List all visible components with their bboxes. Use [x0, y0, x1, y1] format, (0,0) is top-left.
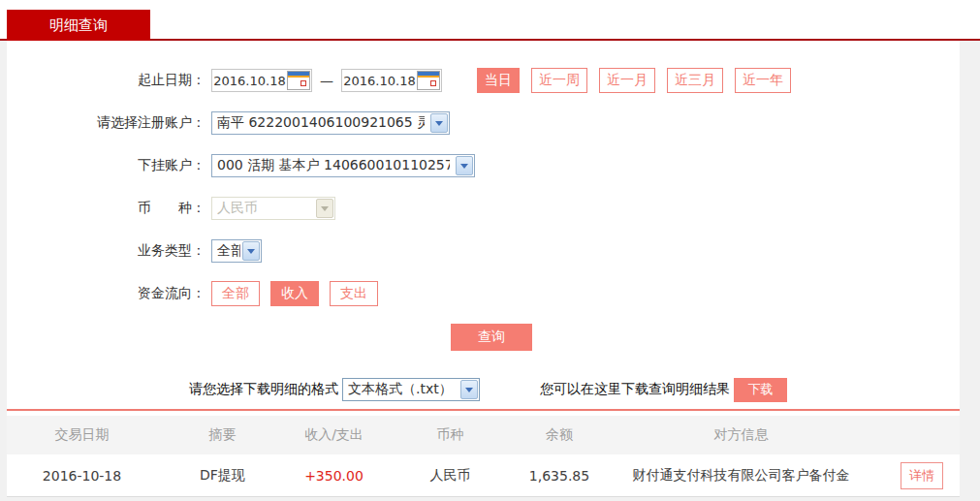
calendar-icon[interactable]	[287, 71, 310, 90]
download-row: 请您选择下载明细的格式 文本格式（.txt） 您可以在这里下载查询明细结果 下载	[189, 377, 960, 402]
table-header-row: 交易日期 摘要 收入/支出 币种 余额 对方信息	[7, 416, 960, 454]
date-range-label: 起止日期：	[7, 72, 205, 89]
cell-action: 详情	[884, 462, 960, 489]
download-format-label: 请您选择下载明细的格式	[189, 381, 338, 398]
query-panel: 起止日期： 2016.10.18 — 2016.10.18 当日 近一周 近一月…	[7, 41, 960, 409]
end-date-input[interactable]: 2016.10.18	[341, 69, 442, 92]
header-balance: 余额	[521, 426, 598, 444]
date-range-row: 起止日期： 2016.10.18 — 2016.10.18 当日 近一周 近一月…	[7, 68, 960, 93]
currency-select: 人民币	[211, 197, 335, 220]
cell-currency: 人民币	[380, 467, 521, 485]
dropdown-arrow-icon[interactable]	[430, 113, 448, 133]
header-trade-date: 交易日期	[7, 426, 157, 444]
download-format-value: 文本格式（.txt）	[348, 381, 455, 398]
chevron-down-icon	[465, 388, 473, 396]
calendar-icon-stripe	[418, 76, 439, 78]
currency-row: 币 种： 人民币	[7, 196, 960, 221]
register-account-select[interactable]: 南平 6222001406100921065 灵通卡	[211, 111, 450, 135]
register-account-label: 请选择注册账户：	[7, 114, 205, 132]
register-account-row: 请选择注册账户： 南平 6222001406100921065 灵通卡	[7, 110, 960, 136]
fund-flow-income-button[interactable]: 收入	[270, 281, 319, 306]
dropdown-arrow-icon[interactable]	[460, 380, 478, 399]
cell-balance: 1,635.85	[521, 468, 598, 484]
cell-amount: +350.00	[288, 468, 380, 484]
chevron-down-icon	[435, 121, 443, 130]
header-counterparty: 对方信息	[598, 426, 884, 444]
download-hint-text: 您可以在这里下载查询明细结果	[540, 381, 730, 398]
register-account-value: 南平 6222001406100921065 灵通卡	[217, 114, 425, 132]
business-type-row: 业务类型： 全部	[7, 238, 960, 264]
calendar-icon-selected-day	[430, 80, 436, 86]
panel-bottom-pad	[7, 402, 960, 409]
quick-range-month-button[interactable]: 近一月	[599, 68, 655, 93]
cell-summary: DF提现	[157, 467, 288, 485]
header-summary: 摘要	[157, 426, 288, 444]
quick-range-year-button[interactable]: 近一年	[735, 68, 791, 93]
download-format-select[interactable]: 文本格式（.txt）	[342, 378, 480, 401]
quick-range-week-button[interactable]: 近一周	[531, 68, 587, 93]
sub-account-row: 下挂账户： 000 活期 基本户 1406600101102571848	[7, 153, 960, 178]
business-type-value: 全部	[217, 242, 240, 260]
query-button[interactable]: 查询	[451, 324, 532, 351]
sub-account-select[interactable]: 000 活期 基本户 1406600101102571848	[211, 154, 475, 177]
date-range-separator: —	[320, 73, 333, 88]
calendar-icon-selected-day	[300, 80, 306, 86]
chevron-down-icon	[460, 164, 468, 172]
cell-counterparty: 财付通支付科技有限公司客户备付金	[598, 467, 884, 485]
fund-flow-label: 资金流向：	[7, 285, 205, 302]
sub-account-label: 下挂账户：	[7, 157, 205, 174]
quick-range-today-button[interactable]: 当日	[477, 68, 520, 93]
table-row: 2016-10-18 DF提现 +350.00 人民币 1,635.85 财付通…	[7, 454, 960, 497]
download-button[interactable]: 下载	[734, 378, 787, 402]
calendar-icon[interactable]	[417, 71, 440, 90]
chevron-down-icon	[321, 206, 329, 215]
start-date-value: 2016.10.18	[212, 74, 287, 88]
currency-value: 人民币	[217, 200, 310, 217]
calendar-icon-stripe	[288, 76, 309, 78]
tab-bar: 明细查询	[0, 0, 980, 41]
dropdown-arrow-icon	[316, 199, 333, 218]
header-currency: 币种	[380, 426, 521, 444]
dropdown-arrow-icon[interactable]	[456, 156, 473, 175]
sub-account-value: 000 活期 基本户 1406600101102571848	[217, 157, 450, 174]
business-type-label: 业务类型：	[7, 242, 205, 260]
start-date-input[interactable]: 2016.10.18	[211, 69, 312, 92]
business-type-select[interactable]: 全部	[211, 239, 262, 263]
quick-range-3months-button[interactable]: 近三月	[667, 68, 723, 93]
end-date-value: 2016.10.18	[342, 74, 417, 88]
fund-flow-row: 资金流向： 全部 收入 支出	[7, 281, 960, 306]
query-button-row: 查询	[7, 324, 960, 351]
cell-trade-date: 2016-10-18	[7, 468, 157, 484]
tab-detail-query[interactable]: 明细查询	[7, 10, 150, 41]
currency-label: 币 种：	[7, 200, 205, 217]
chevron-down-icon	[247, 249, 255, 258]
dropdown-arrow-icon[interactable]	[242, 241, 260, 261]
fund-flow-expense-button[interactable]: 支出	[330, 281, 378, 306]
detail-button[interactable]: 详情	[901, 462, 943, 489]
fund-flow-all-button[interactable]: 全部	[211, 281, 260, 306]
header-income-expense: 收入/支出	[288, 426, 380, 444]
